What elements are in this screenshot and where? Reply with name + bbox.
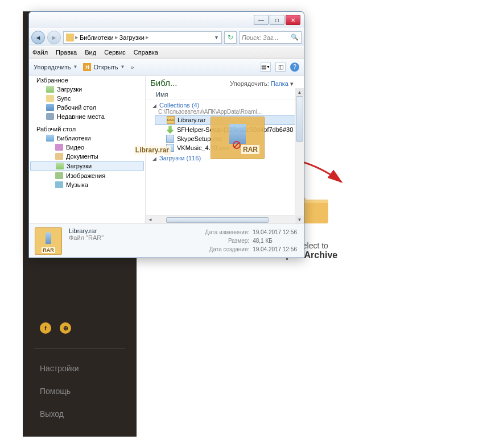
music-icon xyxy=(55,181,63,188)
details-file-icon: RAR xyxy=(35,227,62,255)
document-icon xyxy=(55,153,63,160)
breadcrumb-part[interactable]: Загрузки xyxy=(119,34,145,41)
tree-favorites[interactable]: Избранное xyxy=(29,76,145,85)
open-badge-icon: Н xyxy=(83,63,91,71)
tree-libraries[interactable]: Библиотеки xyxy=(29,134,145,143)
drag-filename-tag: Library.rar xyxy=(170,159,176,160)
exe-file-icon xyxy=(166,135,174,143)
file-name: Library.rar xyxy=(178,117,205,123)
location-icon xyxy=(66,34,74,42)
drag-ghost-icon: RAR Library.rar xyxy=(211,117,265,159)
tree-music[interactable]: Музыка xyxy=(29,180,145,189)
help-icon[interactable]: ? xyxy=(290,63,299,72)
breadcrumb-dropdown-icon[interactable]: ▼ xyxy=(214,35,219,40)
no-drop-icon xyxy=(233,141,241,149)
tree-desktop[interactable]: Рабочий стол xyxy=(29,103,145,112)
rar-file-icon: RAR xyxy=(167,116,175,124)
folder-icon xyxy=(46,95,54,102)
file-group-header[interactable]: ◢ Collections (4) xyxy=(152,102,299,109)
explorer-menubar: Файл Правка Вид Сервис Справка xyxy=(29,46,304,59)
library-title: Библ... xyxy=(150,78,177,88)
recent-icon xyxy=(46,113,54,120)
tree-downloads-selected[interactable]: Загрузки xyxy=(30,161,144,171)
folder-icon xyxy=(46,86,54,93)
menu-edit[interactable]: Правка xyxy=(56,49,77,56)
menu-help[interactable]: Помощь xyxy=(23,380,137,403)
back-button[interactable]: ◄ xyxy=(31,31,45,44)
menu-exit[interactable]: Выход xyxy=(23,403,137,425)
menu-view[interactable]: Вид xyxy=(85,49,96,56)
maximize-button[interactable]: □ xyxy=(270,15,284,25)
horizontal-scrollbar[interactable]: ◄ xyxy=(146,215,295,223)
image-icon xyxy=(55,172,63,179)
desktop-icon xyxy=(46,104,54,111)
video-icon xyxy=(55,144,63,151)
arrange-by[interactable]: Упорядочить: Папка ▾ xyxy=(230,80,294,88)
refresh-button[interactable]: ↻ xyxy=(224,31,237,44)
breadcrumb-part[interactable]: Библиотеки xyxy=(80,34,114,41)
open-button[interactable]: Н Открыть▼ xyxy=(83,63,125,71)
menu-help[interactable]: Справка xyxy=(134,49,158,56)
column-name[interactable]: Имя xyxy=(146,89,304,99)
explorer-titlebar[interactable]: — □ ✕ xyxy=(29,12,304,28)
view-mode-button[interactable]: ▤▼ xyxy=(261,63,271,72)
minimize-button[interactable]: — xyxy=(254,15,269,25)
menu-service[interactable]: Сервис xyxy=(104,49,126,56)
group-path: C:\Пользователи\АПК\AppData\Roami... xyxy=(152,109,299,115)
nav-tree: Избранное Загрузки Sync Рабочий стол Нед… xyxy=(29,76,146,223)
facebook-icon[interactable]: f xyxy=(40,322,51,334)
vertical-scrollbar[interactable]: ▲▼ xyxy=(295,96,304,215)
close-button[interactable]: ✕ xyxy=(286,15,300,25)
tree-video[interactable]: Видео xyxy=(29,143,145,152)
search-icon[interactable]: 🔍 xyxy=(291,34,299,41)
folder-icon xyxy=(56,163,64,169)
dl-file-icon xyxy=(166,126,174,134)
explorer-navbar: ◄ ► ▸ Библиотеки ▸ Загрузки ▸ ▼ ↻ Поиск:… xyxy=(29,28,304,46)
library-icon xyxy=(46,135,54,142)
tree-downloads[interactable]: Загрузки xyxy=(29,85,145,94)
globe-icon[interactable]: ⊕ xyxy=(60,322,71,334)
details-metadata: Дата изменения:19.04.2017 12:56 Размер:4… xyxy=(204,227,298,254)
search-placeholder: Поиск: Заг... xyxy=(242,34,278,41)
search-input[interactable]: Поиск: Заг... 🔍 xyxy=(239,31,302,44)
tree-desktop-root[interactable]: Рабочий стол xyxy=(29,125,145,134)
details-filename: Library.rar xyxy=(69,227,197,234)
explorer-toolbar: Упорядочить▼ Н Открыть▼ » ▤▼ ◫ ? xyxy=(29,59,304,76)
menu-settings[interactable]: Настройки xyxy=(23,357,137,380)
organize-button[interactable]: Упорядочить▼ xyxy=(34,64,77,70)
menu-file[interactable]: Файл xyxy=(32,49,48,56)
forward-button[interactable]: ► xyxy=(47,31,61,44)
social-icons: f ⊕ xyxy=(23,322,137,348)
sidebar-divider xyxy=(34,348,125,349)
preview-pane-button[interactable]: ◫ xyxy=(275,63,286,72)
tree-recent[interactable]: Недавние места xyxy=(29,112,145,121)
tree-documents[interactable]: Документы xyxy=(29,152,145,161)
tree-images[interactable]: Изображения xyxy=(29,171,145,180)
toolbar-overflow-icon[interactable]: » xyxy=(131,64,134,70)
details-filetype: Файл "RAR" xyxy=(69,234,197,241)
tree-sync[interactable]: Sync xyxy=(29,94,145,103)
details-pane: RAR Library.rar Файл "RAR" Дата изменени… xyxy=(29,223,304,258)
breadcrumb[interactable]: ▸ Библиотеки ▸ Загрузки ▸ ▼ xyxy=(63,31,222,44)
